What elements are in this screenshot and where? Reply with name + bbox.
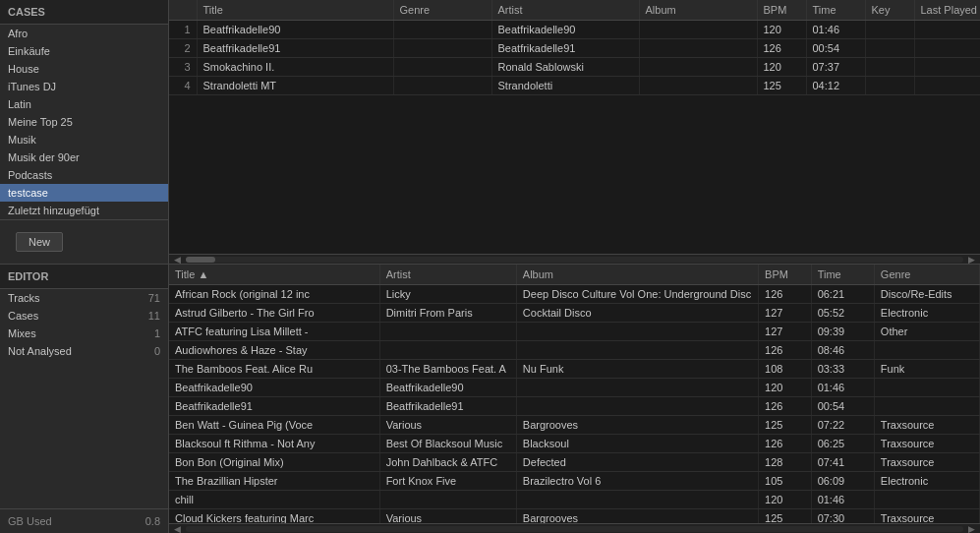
bot-track-album <box>516 341 758 360</box>
col-album-header[interactable]: Album <box>639 0 757 21</box>
bottom-track-row[interactable]: ATFC featuring Lisa Millett - 127 09:39 … <box>169 323 980 341</box>
col-genre-header[interactable]: Genre <box>393 0 491 21</box>
bottom-track-row[interactable]: The Bamboos Feat. Alice Ru 03-The Bamboo… <box>169 360 980 379</box>
col-key-header[interactable]: Key <box>865 0 914 21</box>
track-lastplayed <box>914 58 980 77</box>
top-column-headers: Title Genre Artist Album BPM Time Key La… <box>169 0 980 21</box>
cases-sidebar-item[interactable]: Latin <box>0 95 168 113</box>
cases-sidebar-item[interactable]: iTunes DJ <box>0 78 168 95</box>
col-artist-header[interactable]: Artist <box>491 0 639 21</box>
track-bpm: 125 <box>757 77 806 95</box>
gb-used-value: 0.8 <box>145 515 160 527</box>
track-num: 2 <box>169 39 197 58</box>
bot-track-bpm: 126 <box>759 285 812 304</box>
cases-sidebar-item[interactable]: Einkäufe <box>0 42 168 60</box>
bot-track-genre: Traxsource <box>874 416 979 435</box>
bot-track-genre: Traxsource <box>874 509 979 524</box>
bottom-track-row[interactable]: Astrud Gilberto - The Girl Fro Dimitri F… <box>169 304 980 323</box>
bot-col-genre-header[interactable]: Genre <box>874 265 979 285</box>
bottom-track-row[interactable]: The Brazillian Hipster Fort Knox Five Br… <box>169 472 980 491</box>
col-title-header[interactable]: Title <box>197 0 393 21</box>
top-track-row[interactable]: 1 Beatfrikadelle90 Beatfrikadelle90 120 … <box>169 21 980 39</box>
track-num: 1 <box>169 21 197 39</box>
top-track-row[interactable]: 4 Strandoletti MT Strandoletti 125 04:12 <box>169 77 980 95</box>
scroll-left-arrow[interactable]: ◀ <box>171 255 184 265</box>
track-key <box>865 77 914 95</box>
editor-list-item[interactable]: Mixes1 <box>0 325 168 342</box>
bot-track-title: Ben Watt - Guinea Pig (Voce <box>169 416 379 435</box>
track-genre <box>393 58 491 77</box>
bot-col-time-header[interactable]: Time <box>811 265 874 285</box>
editor-item-count: 11 <box>148 310 160 322</box>
editor-list-item[interactable]: Not Analysed0 <box>0 342 168 360</box>
bottom-scroll-area[interactable]: Title ▲ Artist Album BPM Time Genre Afri… <box>169 265 980 523</box>
bot-track-bpm: 127 <box>759 304 812 323</box>
new-case-button[interactable]: New <box>16 232 63 252</box>
bot-track-title: African Rock (original 12 inc <box>169 285 379 304</box>
bot-track-album: Brazilectro Vol 6 <box>516 472 758 491</box>
bottom-track-row[interactable]: Ben Watt - Guinea Pig (Voce Various Barg… <box>169 416 980 435</box>
top-tracks-body: 1 Beatfrikadelle90 Beatfrikadelle90 120 … <box>169 21 980 95</box>
cases-sidebar-item[interactable]: Afro <box>0 25 168 42</box>
cases-sidebar-item[interactable]: testcase <box>0 184 168 202</box>
bot-track-bpm: 108 <box>759 360 812 379</box>
bot-track-album: Blacksoul <box>516 435 758 453</box>
cases-sidebar-item[interactable]: House <box>0 60 168 78</box>
bot-track-title: Blacksoul ft Rithma - Not Any <box>169 435 379 453</box>
bot-track-time: 03:33 <box>811 360 874 379</box>
cases-sidebar-item[interactable]: Musik der 90er <box>0 148 168 166</box>
bottom-track-row[interactable]: chill 120 01:46 <box>169 491 980 509</box>
bot-track-time: 07:30 <box>811 509 874 524</box>
col-time-header[interactable]: Time <box>806 0 865 21</box>
scroll-right-arrow[interactable]: ▶ <box>965 255 978 265</box>
track-title: Beatfrikadelle91 <box>197 39 393 58</box>
bot-track-album: Nu Funk <box>516 360 758 379</box>
bottom-track-row[interactable]: Beatfrikadelle90 Beatfrikadelle90 120 01… <box>169 379 980 397</box>
bottom-track-table: Title ▲ Artist Album BPM Time Genre Afri… <box>169 265 980 523</box>
bottom-track-row[interactable]: Cloud Kickers featuring Marc Various Bar… <box>169 509 980 524</box>
cases-sidebar-item[interactable]: Musik <box>0 131 168 148</box>
top-track-row[interactable]: 2 Beatfrikadelle91 Beatfrikadelle91 126 … <box>169 39 980 58</box>
bot-track-time: 01:46 <box>811 491 874 509</box>
cases-sidebar-item[interactable]: Podcasts <box>0 166 168 184</box>
bot-track-album: Bargrooves <box>516 416 758 435</box>
top-horizontal-scrollbar[interactable]: ◀ ▶ <box>169 254 980 264</box>
bot-track-artist: Licky <box>379 285 516 304</box>
bot-scroll-left-arrow[interactable]: ◀ <box>171 524 184 534</box>
bot-track-genre: Electronic <box>874 304 979 323</box>
bot-track-bpm: 120 <box>759 491 812 509</box>
editor-item-count: 71 <box>148 292 160 304</box>
top-track-row[interactable]: 3 Smokachino II. Ronald Sablowski 120 07… <box>169 58 980 77</box>
bottom-track-row[interactable]: Blacksoul ft Rithma - Not Any Best Of Bl… <box>169 435 980 453</box>
cases-sidebar-item[interactable]: Meine Top 25 <box>0 113 168 131</box>
bot-scroll-right-arrow[interactable]: ▶ <box>965 524 978 534</box>
bot-col-artist-header[interactable]: Artist <box>379 265 516 285</box>
bot-track-bpm: 128 <box>759 453 812 472</box>
track-time: 07:37 <box>806 58 865 77</box>
bottom-track-row[interactable]: African Rock (original 12 inc Licky Deep… <box>169 285 980 304</box>
cases-sidebar-item[interactable]: Zuletzt hinzugefügt <box>0 202 168 219</box>
col-bpm-header[interactable]: BPM <box>757 0 806 21</box>
bot-track-title: Beatfrikadelle91 <box>169 397 379 416</box>
bot-track-time: 06:09 <box>811 472 874 491</box>
bottom-track-row[interactable]: Beatfrikadelle91 Beatfrikadelle91 126 00… <box>169 397 980 416</box>
bot-track-album <box>516 323 758 341</box>
bot-col-album-header[interactable]: Album <box>516 265 758 285</box>
bot-col-bpm-header[interactable]: BPM <box>759 265 812 285</box>
sort-arrow: ▲ <box>198 268 208 280</box>
track-bpm: 126 <box>757 39 806 58</box>
track-lastplayed <box>914 39 980 58</box>
scroll-thumb[interactable] <box>186 257 215 263</box>
bottom-column-headers: Title ▲ Artist Album BPM Time Genre <box>169 265 980 285</box>
editor-list-item[interactable]: Tracks71 <box>0 289 168 307</box>
col-num-header[interactable] <box>169 0 197 21</box>
bot-col-title-header[interactable]: Title ▲ <box>169 265 379 285</box>
bottom-track-row[interactable]: Bon Bon (Original Mix) John Dahlback & A… <box>169 453 980 472</box>
editor-list-item[interactable]: Cases11 <box>0 307 168 325</box>
editor-item-label: Cases <box>8 310 38 322</box>
track-bpm: 120 <box>757 58 806 77</box>
bottom-horizontal-scrollbar[interactable]: ◀ ▶ <box>169 523 980 533</box>
bottom-track-row[interactable]: Audiowhores & Haze - Stay 126 08:46 <box>169 341 980 360</box>
bot-track-bpm: 126 <box>759 435 812 453</box>
col-lastplayed-header[interactable]: Last Played <box>914 0 980 21</box>
